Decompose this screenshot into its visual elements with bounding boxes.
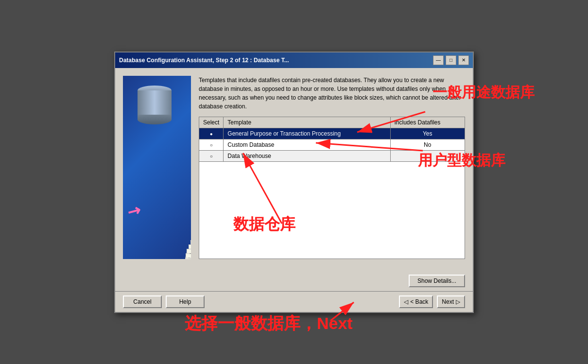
title-bar: Database Configuration Assistant, Step 2… [115, 52, 473, 68]
dialog-window: Database Configuration Assistant, Step 2… [114, 52, 474, 313]
radio-custom-db[interactable] [199, 139, 224, 150]
table-row-general-purpose[interactable]: General Purpose or Transaction Processin… [199, 128, 465, 139]
radio-warehouse[interactable] [199, 150, 224, 161]
table-row-custom-db[interactable]: Custom Database No [199, 139, 465, 150]
dialog-body: ↗ Templates that include datafiles conta… [115, 68, 473, 273]
datafiles-warehouse [390, 150, 465, 161]
description-text: Templates that include datafiles contain… [199, 76, 465, 111]
db-cylinder-icon [138, 86, 172, 124]
right-panel: Templates that include datafiles contain… [199, 76, 465, 259]
annotation-next: 选择一般数据库，Next [185, 312, 353, 335]
radio-unselected-icon-1 [210, 141, 213, 148]
template-warehouse[interactable]: Data Warehouse [224, 150, 390, 161]
template-general-purpose[interactable]: General Purpose or Transaction Processin… [224, 128, 390, 139]
radio-unselected-icon-2 [210, 153, 213, 159]
template-table: Select Template Includes Datafiles Gener… [199, 117, 465, 162]
cancel-button[interactable]: Cancel [123, 295, 162, 308]
restore-button[interactable]: □ [446, 55, 456, 65]
back-label: < Back [410, 298, 428, 305]
footer-left-buttons: Cancel Help [123, 295, 205, 308]
close-button[interactable]: ✕ [458, 55, 469, 65]
back-button[interactable]: ◁ < Back [399, 295, 433, 308]
next-button[interactable]: Next ▷ [437, 295, 465, 308]
table-empty-area [199, 162, 465, 259]
content-area: ↗ Templates that include datafiles conta… [123, 76, 465, 259]
back-arrow-icon: ◁ [404, 298, 408, 305]
table-row-warehouse[interactable]: Data Warehouse [199, 150, 465, 161]
footer-right-buttons: ◁ < Back Next ▷ [399, 295, 465, 308]
col-template: Template [224, 117, 390, 128]
pink-arrow-icon: ↗ [124, 199, 144, 222]
help-button[interactable]: Help [166, 295, 205, 308]
show-details-area: Show Details... [115, 273, 473, 291]
col-select: Select [199, 117, 224, 128]
datafiles-custom-db: No [390, 139, 465, 150]
col-datafiles: Includes Datafiles [390, 117, 465, 128]
next-label: Next [442, 298, 454, 305]
template-custom-db[interactable]: Custom Database [224, 139, 390, 150]
show-details-button[interactable]: Show Details... [409, 275, 465, 287]
next-arrow-icon: ▷ [456, 298, 460, 305]
image-panel: ↗ [123, 76, 191, 259]
minimize-button[interactable]: — [433, 55, 444, 65]
window-controls: — □ ✕ [433, 55, 469, 65]
datafiles-general-purpose: Yes [390, 128, 465, 139]
cylinder-bottom [138, 115, 172, 124]
radio-general-purpose[interactable] [199, 128, 224, 139]
radio-selected-icon [210, 130, 213, 137]
footer: Cancel Help ◁ < Back Next ▷ [115, 291, 473, 312]
dialog-title: Database Configuration Assistant, Step 2… [119, 57, 289, 64]
